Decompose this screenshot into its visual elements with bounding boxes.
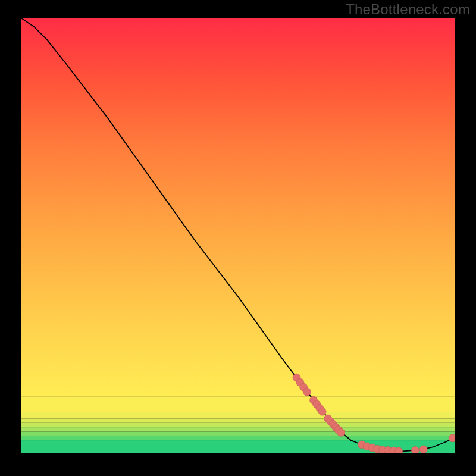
- svg-rect-6: [21, 412, 455, 418]
- svg-rect-2: [21, 431, 455, 436]
- svg-rect-7: [21, 397, 455, 412]
- svg-rect-8: [21, 18, 455, 397]
- svg-rect-1: [21, 436, 455, 440]
- svg-point-33: [449, 434, 455, 442]
- svg-rect-4: [21, 423, 455, 427]
- svg-point-30: [395, 447, 403, 453]
- svg-point-31: [411, 446, 419, 453]
- svg-point-12: [303, 388, 311, 396]
- watermark-text: TheBottleneck.com: [346, 1, 470, 18]
- svg-point-32: [419, 446, 427, 453]
- svg-rect-5: [21, 418, 455, 422]
- svg-rect-3: [21, 427, 455, 431]
- svg-point-22: [337, 428, 345, 436]
- svg-point-16: [318, 408, 326, 415]
- bottleneck-chart: [21, 18, 455, 453]
